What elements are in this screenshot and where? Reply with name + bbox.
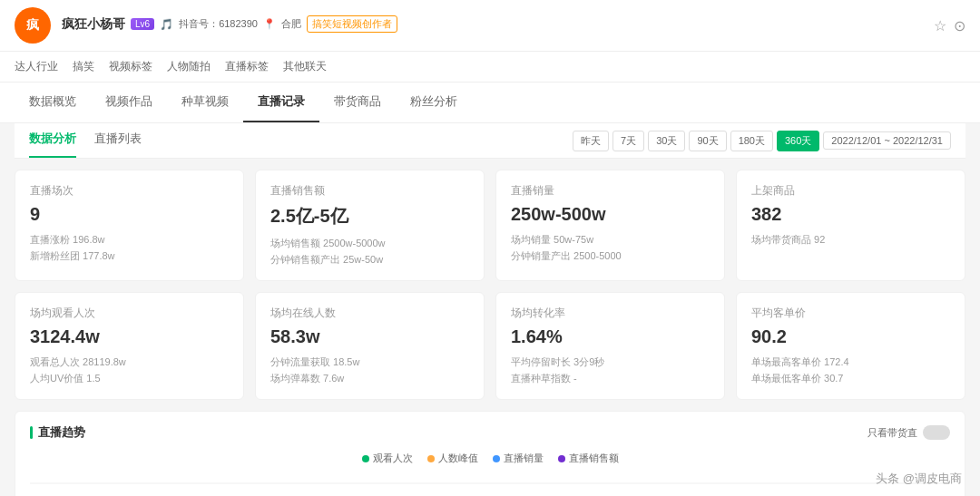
platform-label: 抖音号：6182390 bbox=[179, 17, 258, 31]
stat-title: 直播场次 bbox=[30, 183, 229, 199]
stat-subs: 场均带货商品 92 bbox=[751, 232, 950, 248]
sub-nav-live-tags[interactable]: 直播标签 bbox=[225, 57, 269, 76]
legend-label: 直播销售额 bbox=[569, 452, 619, 465]
inner-tabs-row: 数据分析 直播列表 昨天 7天 30天 90天 180天 360天 2022/1… bbox=[15, 123, 965, 159]
creator-tag: 搞笑短视频创作者 bbox=[307, 15, 397, 33]
stat-value: 1.64% bbox=[511, 326, 710, 347]
tab-fans[interactable]: 粉丝分析 bbox=[396, 83, 472, 122]
sub-nav-industry[interactable]: 达人行业 bbox=[15, 57, 58, 76]
legend-dot bbox=[362, 455, 369, 462]
level-badge: Lv6 bbox=[131, 18, 154, 30]
tab-goods[interactable]: 带货商品 bbox=[319, 83, 396, 122]
stat-subs: 场均销量 50w-75w分钟销量产出 2500-5000 bbox=[511, 232, 710, 264]
watermark: 头条 @调皮电商 bbox=[876, 471, 962, 487]
chart-section: 直播趋势 只看带货直 观看人次人数峰值直播销量直播销售额 12-0112-021… bbox=[15, 411, 965, 496]
stat-subs: 平均停留时长 3分9秒直播种草指数 - bbox=[511, 355, 710, 386]
stat-title: 上架商品 bbox=[751, 183, 950, 199]
stat-card-6: 场均转化率1.64%平均停留时长 3分9秒直播种草指数 - bbox=[495, 292, 725, 400]
legend-dot bbox=[493, 455, 500, 462]
stat-subs: 单场最高客单价 172.4单场最低客单价 30.7 bbox=[751, 355, 950, 386]
header: 疯 疯狂小杨哥 Lv6 🎵 抖音号：6182390 📍 合肥 搞笑短视频创作者 … bbox=[0, 0, 980, 52]
legend-dot bbox=[558, 455, 565, 462]
stat-subs: 场均销售额 2500w-5000w分钟销售额产出 25w-50w bbox=[270, 236, 469, 267]
chart-wrapper: 12-0112-0212-0312-0412-0512-0612-0712-08… bbox=[30, 474, 950, 496]
stat-card-0: 直播场次9直播涨粉 196.8w新增粉丝团 177.8w bbox=[15, 170, 244, 281]
stat-title: 直播销量 bbox=[511, 183, 710, 199]
legend-label: 人数峰值 bbox=[438, 452, 478, 465]
tab-live-list[interactable]: 直播列表 bbox=[94, 123, 142, 158]
date-btn-30[interactable]: 30天 bbox=[648, 131, 685, 151]
inner-tabs: 数据分析 直播列表 bbox=[29, 123, 142, 158]
legend-label: 直播销量 bbox=[504, 452, 544, 465]
avatar: 疯 bbox=[15, 7, 51, 44]
date-btn-180[interactable]: 180天 bbox=[730, 131, 773, 151]
stat-subs: 分钟流量获取 18.5w场均弹幕数 7.6w bbox=[270, 355, 469, 386]
legend-dot bbox=[427, 455, 435, 462]
date-btn-yesterday[interactable]: 昨天 bbox=[573, 131, 609, 151]
stat-card-3: 上架商品382场均带货商品 92 bbox=[736, 170, 965, 281]
chart-header: 直播趋势 只看带货直 bbox=[30, 424, 950, 441]
chart-toggle: 只看带货直 bbox=[867, 425, 950, 440]
stat-value: 9 bbox=[30, 204, 229, 225]
tab-videos[interactable]: 视频作品 bbox=[91, 83, 167, 122]
chart-title-bar bbox=[30, 426, 33, 439]
stat-title: 场均在线人数 bbox=[270, 306, 469, 321]
more-button[interactable]: ⊙ bbox=[954, 17, 965, 34]
platform-icon: 🎵 bbox=[160, 18, 173, 31]
location: 合肥 bbox=[281, 17, 301, 31]
stat-card-5: 场均在线人数58.3w分钟流量获取 18.5w场均弹幕数 7.6w bbox=[255, 292, 485, 400]
tab-overview[interactable]: 数据概览 bbox=[15, 83, 91, 122]
sub-nav-people[interactable]: 人物随拍 bbox=[167, 57, 211, 76]
sub-nav: 达人行业 搞笑 视频标签 人物随拍 直播标签 其他联天 bbox=[0, 52, 980, 83]
legend-item: 观看人次 bbox=[362, 452, 413, 465]
legend-label: 观看人次 bbox=[373, 452, 413, 465]
stat-title: 场均观看人次 bbox=[30, 306, 229, 321]
stat-value: 3124.4w bbox=[30, 326, 229, 347]
content-area: 数据分析 直播列表 昨天 7天 30天 90天 180天 360天 2022/1… bbox=[0, 123, 980, 496]
user-info: 疯狂小杨哥 Lv6 🎵 抖音号：6182390 📍 合肥 搞笑短视频创作者 bbox=[62, 15, 923, 35]
sub-nav-video-tags[interactable]: 视频标签 bbox=[109, 57, 152, 76]
stat-value: 58.3w bbox=[270, 326, 469, 347]
toggle-label: 只看带货直 bbox=[867, 426, 917, 440]
user-name: 疯狂小杨哥 bbox=[62, 16, 125, 33]
stat-value: 90.2 bbox=[751, 326, 950, 347]
location-icon: 📍 bbox=[263, 18, 276, 30]
legend-item: 直播销售额 bbox=[558, 452, 619, 465]
date-btn-90[interactable]: 90天 bbox=[689, 131, 726, 151]
legend-item: 直播销量 bbox=[493, 452, 544, 465]
stat-subs: 观看总人次 28119.8w人均UV价值 1.5 bbox=[30, 355, 229, 386]
legend-item: 人数峰值 bbox=[427, 452, 478, 465]
stat-value: 382 bbox=[751, 204, 950, 225]
header-actions: ☆ ⊙ bbox=[934, 17, 965, 34]
stat-card-7: 平均客单价90.2单场最高客单价 172.4单场最低客单价 30.7 bbox=[736, 292, 965, 400]
stat-card-2: 直播销量250w-500w场均销量 50w-75w分钟销量产出 2500-500… bbox=[495, 170, 725, 281]
date-btn-360[interactable]: 360天 bbox=[777, 131, 819, 151]
sub-nav-funny[interactable]: 搞笑 bbox=[73, 57, 94, 76]
toggle-switch[interactable] bbox=[923, 425, 950, 440]
date-btn-7[interactable]: 7天 bbox=[612, 131, 644, 151]
tab-data-analysis[interactable]: 数据分析 bbox=[29, 123, 76, 158]
stat-subs: 直播涨粉 196.8w新增粉丝团 177.8w bbox=[30, 232, 229, 264]
date-range[interactable]: 2022/12/01 ~ 2022/12/31 bbox=[823, 131, 951, 150]
stat-card-1: 直播销售额2.5亿-5亿场均销售额 2500w-5000w分钟销售额产出 25w… bbox=[255, 170, 485, 281]
tab-grass[interactable]: 种草视频 bbox=[167, 83, 243, 122]
stat-value: 2.5亿-5亿 bbox=[270, 204, 469, 229]
star-button[interactable]: ☆ bbox=[934, 17, 946, 34]
main-tabs: 数据概览 视频作品 种草视频 直播记录 带货商品 粉丝分析 bbox=[0, 83, 980, 123]
stat-title: 平均客单价 bbox=[751, 306, 950, 321]
stat-title: 直播销售额 bbox=[270, 183, 469, 199]
chart-legend: 观看人次人数峰值直播销量直播销售额 bbox=[30, 452, 950, 465]
stat-value: 250w-500w bbox=[511, 204, 710, 225]
sub-nav-other[interactable]: 其他联天 bbox=[283, 57, 327, 76]
tab-live[interactable]: 直播记录 bbox=[243, 83, 319, 122]
date-controls: 昨天 7天 30天 90天 180天 360天 2022/12/01 ~ 202… bbox=[573, 131, 951, 151]
stat-card-4: 场均观看人次3124.4w观看总人次 28119.8w人均UV价值 1.5 bbox=[15, 292, 244, 400]
stats-grid: 直播场次9直播涨粉 196.8w新增粉丝团 177.8w直播销售额2.5亿-5亿… bbox=[15, 170, 965, 400]
stat-title: 场均转化率 bbox=[511, 306, 710, 321]
chart-title: 直播趋势 bbox=[30, 424, 85, 441]
